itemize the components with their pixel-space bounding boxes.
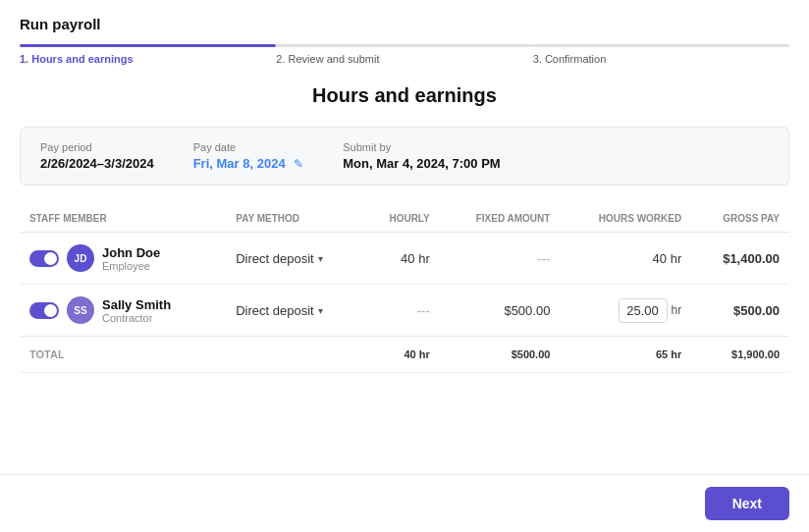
step-review: 2. Review and submit [276, 44, 532, 65]
hr-label-sally: hr [672, 303, 682, 317]
total-hours-worked: 65 hr [560, 337, 691, 373]
fixed-amount-sally: $500.00 [440, 285, 561, 337]
pay-method-cell-sally: Direct deposit ▾ [226, 285, 362, 337]
edit-pay-date-icon[interactable]: ✎ [294, 157, 303, 171]
pay-period-label: Pay period [40, 141, 154, 153]
step-label-review: 2. Review and submit [276, 51, 532, 65]
pay-date-label: Pay date [193, 141, 304, 153]
total-label-cell: TOTAL [20, 337, 226, 373]
gross-pay-john: $1,400.00 [691, 233, 789, 285]
staff-name-sally: Sally Smith [102, 297, 171, 312]
staff-role-sally: Contractor [102, 312, 171, 324]
col-hourly: HOURLY [362, 205, 440, 233]
avatar-john: JD [67, 244, 94, 272]
hourly-john: 40 hr [362, 233, 440, 285]
pay-date-value: Fri, Mar 8, 2024 [193, 156, 286, 171]
col-staff-member: STAFF MEMBER [20, 205, 226, 233]
section-title: Hours and earnings [20, 84, 789, 107]
next-button[interactable]: Next [705, 487, 789, 520]
step-confirmation: 3. Confirmation [533, 44, 789, 65]
step-bar-hours [20, 44, 276, 47]
total-pay-method-cell [226, 337, 362, 373]
pay-method-dropdown-john[interactable]: Direct deposit ▾ [236, 251, 352, 266]
pay-method-value-sally: Direct deposit [236, 303, 313, 318]
table-row: JD John Doe Employee Direct deposit ▾ 40… [20, 233, 789, 285]
pay-info-box: Pay period 2/26/2024–3/3/2024 Pay date F… [20, 127, 789, 186]
toggle-sally[interactable] [29, 302, 59, 319]
hours-worked-sally: hr [560, 285, 691, 337]
staff-info-john: John Doe Employee [102, 245, 160, 272]
payroll-table: STAFF MEMBER PAY METHOD HOURLY FIXED AMO… [20, 205, 789, 373]
pay-method-value-john: Direct deposit [236, 251, 313, 266]
hourly-sally: --- [362, 285, 440, 337]
submit-by-value: Mon, Mar 4, 2024, 7:00 PM [343, 156, 500, 171]
col-pay-method: PAY METHOD [226, 205, 362, 233]
staff-role-john: Employee [102, 260, 160, 272]
chevron-down-icon: ▾ [318, 253, 323, 264]
step-hours: 1. Hours and earnings [20, 44, 276, 65]
col-fixed-amount: FIXED AMOUNT [440, 205, 561, 233]
pay-date-item: Pay date Fri, Mar 8, 2024 ✎ [193, 141, 304, 171]
toggle-john[interactable] [29, 250, 59, 267]
steps-container: 1. Hours and earnings 2. Review and subm… [20, 44, 789, 65]
pay-period-value: 2/26/2024–3/3/2024 [40, 156, 154, 171]
step-bar-confirmation [533, 44, 789, 47]
gross-pay-sally: $500.00 [691, 285, 789, 337]
staff-name-john: John Doe [102, 245, 160, 260]
staff-info-sally: Sally Smith Contractor [102, 297, 171, 324]
hours-input-sally[interactable] [619, 298, 668, 323]
submit-by-label: Submit by [343, 141, 500, 153]
avatar-sally: SS [67, 296, 94, 324]
submit-by-item: Submit by Mon, Mar 4, 2024, 7:00 PM [343, 141, 500, 171]
table-row: SS Sally Smith Contractor Direct deposit… [20, 285, 789, 337]
total-hourly: 40 hr [362, 337, 440, 373]
page-title: Run payroll [20, 16, 789, 32]
pay-method-cell-john: Direct deposit ▾ [226, 233, 362, 285]
total-gross-pay: $1,900.00 [691, 337, 789, 373]
total-label: TOTAL [29, 348, 65, 360]
step-label-hours: 1. Hours and earnings [20, 51, 276, 65]
footer: Next [0, 474, 809, 532]
fixed-amount-john: --- [440, 233, 561, 285]
main-content: Hours and earnings Pay period 2/26/2024–… [0, 65, 809, 452]
table-header-row: STAFF MEMBER PAY METHOD HOURLY FIXED AMO… [20, 205, 789, 233]
staff-cell-sally: SS Sally Smith Contractor [20, 285, 226, 337]
total-fixed-amount: $500.00 [440, 337, 561, 373]
staff-cell-john: JD John Doe Employee [20, 233, 226, 285]
total-row: TOTAL 40 hr $500.00 65 hr $1,900.00 [20, 337, 789, 373]
step-label-confirmation: 3. Confirmation [533, 51, 789, 65]
step-bar-review [276, 44, 532, 47]
chevron-down-icon: ▾ [318, 305, 323, 316]
pay-method-dropdown-sally[interactable]: Direct deposit ▾ [236, 303, 352, 318]
page-header: Run payroll 1. Hours and earnings 2. Rev… [0, 0, 809, 65]
pay-period-item: Pay period 2/26/2024–3/3/2024 [40, 141, 154, 171]
col-hours-worked: HOURS WORKED [560, 205, 691, 233]
hours-worked-john: 40 hr [560, 233, 691, 285]
col-gross-pay: GROSS PAY [691, 205, 789, 233]
